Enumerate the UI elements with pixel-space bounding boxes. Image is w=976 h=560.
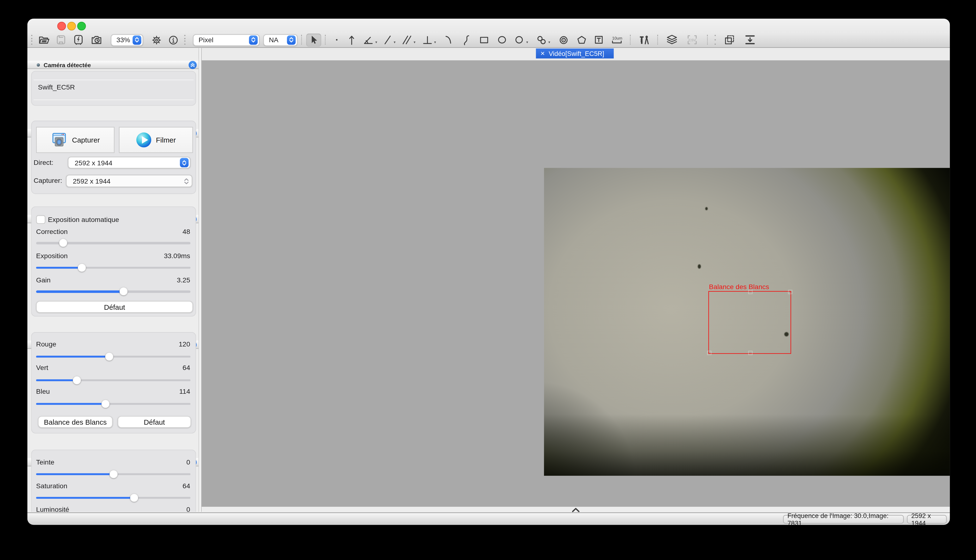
polygon-tool[interactable] [573, 33, 590, 46]
live-resolution-select[interactable]: 2592 x 1944 [68, 157, 191, 169]
angle-tool[interactable]: ▾ [360, 33, 380, 46]
blue-slider[interactable] [36, 400, 191, 408]
white-balance-button[interactable]: Balance des Blancs [38, 416, 113, 428]
slider-thumb[interactable] [59, 239, 67, 247]
hue-slider[interactable] [36, 470, 191, 478]
whitebalance-default-button[interactable]: Défaut [118, 416, 191, 428]
roi-handle[interactable] [788, 290, 792, 294]
capture-button[interactable]: Capturer [36, 127, 115, 153]
ellipse-tool[interactable] [493, 33, 511, 46]
camera-name[interactable]: Swift_EC5R [38, 83, 75, 91]
slider-label: Bleu [36, 387, 50, 395]
svg-text:CSV: CSV [689, 38, 696, 42]
saturation-slider[interactable] [36, 494, 191, 502]
toolbar-drag-handle [31, 35, 33, 45]
duplicate-icon[interactable] [720, 33, 739, 46]
camera-timer-icon[interactable] [87, 33, 106, 46]
bottom-panel-toggle[interactable] [202, 507, 950, 512]
export-bottom-icon[interactable] [739, 33, 760, 46]
tab-label: Vidéo[Swift_EC5R] [549, 50, 604, 57]
slider-thumb[interactable] [73, 376, 81, 384]
unit-value: Pixel [199, 36, 214, 44]
csv-export-icon[interactable]: CSV [681, 33, 703, 46]
dust-speck [705, 207, 708, 210]
slider-value: 33.09ms [164, 252, 190, 259]
slider-label: Gain [36, 276, 50, 283]
slider-value: 64 [182, 482, 190, 490]
slider-label: Teinte [36, 458, 54, 466]
roi-handle[interactable] [707, 351, 711, 355]
record-button[interactable]: Filmer [119, 127, 193, 153]
record-button-label: Filmer [156, 136, 176, 144]
section-header-camera[interactable]: Caméra détectée [27, 60, 198, 69]
line-tool[interactable]: ▾ [380, 33, 398, 46]
settings-gear-icon[interactable] [148, 33, 164, 46]
zoom-select[interactable]: 33% [111, 34, 143, 46]
red-slider[interactable] [36, 353, 191, 361]
stepper-icon [182, 177, 191, 186]
roi-handle[interactable] [748, 290, 752, 294]
unit-select[interactable]: Pixel [193, 34, 259, 46]
curve-tool[interactable] [458, 33, 474, 46]
slider-thumb[interactable] [102, 400, 110, 408]
viewer-canvas: Balance des Blancs [202, 60, 950, 507]
slider-label: Correction [36, 228, 68, 235]
exposure-default-button[interactable]: Défaut [36, 301, 193, 313]
capture-icon [51, 132, 67, 148]
linked-circles-tool[interactable]: ▾ [531, 33, 554, 46]
screen: 33% Pixel NA ▾ ▾ ▾ ▾ ▾ [0, 0, 976, 560]
slider-value: 120 [179, 340, 190, 348]
slider-thumb[interactable] [119, 288, 127, 296]
slider-label: Saturation [36, 482, 67, 490]
slider-thumb[interactable] [130, 494, 138, 502]
layers-icon[interactable] [662, 33, 681, 46]
slider-label: Rouge [36, 340, 56, 348]
auto-exposure-checkbox[interactable] [36, 215, 45, 224]
correction-slider[interactable] [36, 239, 191, 247]
white-balance-roi[interactable] [709, 291, 791, 354]
camera-flash-icon[interactable] [70, 33, 87, 46]
slider-value: 0 [186, 505, 190, 512]
minimize-window-button[interactable] [67, 22, 76, 30]
open-folder-icon[interactable] [36, 33, 52, 46]
arrow-tool[interactable] [344, 33, 360, 46]
toolbar-drag-handle [184, 35, 187, 45]
exposure-slider[interactable] [36, 264, 191, 272]
roi-handle[interactable] [748, 351, 752, 355]
slider-label: Luminosité [36, 505, 69, 512]
scalebar-tool[interactable]: 10um [608, 33, 626, 46]
live-resolution-label: Direct: [33, 158, 53, 166]
close-window-button[interactable] [57, 22, 66, 30]
rectangle-tool[interactable] [474, 33, 493, 46]
na-select[interactable]: NA [263, 34, 297, 46]
camera-list-panel: Swift_EC5R [31, 71, 196, 105]
save-icon[interactable] [52, 33, 70, 46]
sidebar-splitter[interactable] [198, 48, 202, 512]
concentric-circles-tool[interactable] [554, 33, 573, 46]
arc-tool[interactable] [440, 33, 458, 46]
slider-thumb[interactable] [78, 264, 86, 272]
info-icon[interactable] [164, 33, 182, 46]
slider-thumb[interactable] [105, 353, 114, 361]
zoom-window-button[interactable] [77, 22, 86, 30]
circle-tool[interactable]: ▾ [510, 33, 531, 46]
zoom-value: 33% [117, 36, 130, 44]
tab-close-icon[interactable]: ✕ [540, 51, 545, 57]
slider-thumb[interactable] [109, 470, 117, 478]
frame-info-box: Fréquence de l'Image: 30.0,Image: 7831 [783, 515, 904, 524]
frame-info-text: Fréquence de l'Image: 30.0,Image: 7831 [787, 512, 900, 525]
text-tool[interactable] [590, 33, 608, 46]
cursor-tool[interactable] [306, 33, 321, 46]
measure-calipers-icon[interactable] [635, 33, 654, 46]
snap-resolution-select[interactable]: 2592 x 1944 [66, 175, 192, 187]
parallel-lines-tool[interactable]: ▾ [398, 33, 418, 46]
tab-video[interactable]: ✕ Vidéo[Swift_EC5R] [536, 48, 614, 58]
auto-exposure-label: Exposition automatique [48, 216, 119, 223]
point-tool[interactable] [330, 33, 344, 46]
perpendicular-tool[interactable]: ▾ [418, 33, 440, 46]
stepper-icon [180, 158, 189, 167]
green-slider[interactable] [36, 376, 191, 384]
toolbar-drag-handle [714, 35, 717, 45]
gain-slider[interactable] [36, 288, 191, 296]
collapse-section-icon[interactable] [188, 61, 196, 69]
